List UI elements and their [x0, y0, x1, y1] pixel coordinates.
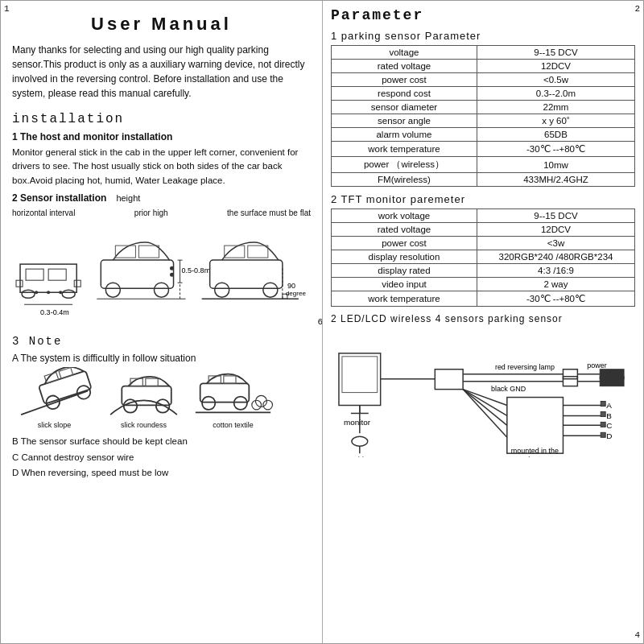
table-cell: -30℃ --+80℃	[477, 291, 634, 307]
table-cell: alarm volume	[332, 128, 477, 142]
svg-line-82	[463, 390, 507, 438]
table-cell: 4:3 /16:9	[477, 264, 634, 278]
manual-title: User Manual	[12, 14, 311, 35]
table-cell: 433MH/2.4GHZ	[477, 173, 634, 187]
situation-cars: slick slope	[12, 367, 311, 429]
table-row: power cost<3w	[332, 237, 635, 250]
note-section: 3 Note A The system is difficultly in fo…	[12, 335, 311, 481]
page-num-right: 2	[634, 4, 640, 14]
table-cell: work temperature	[332, 142, 477, 157]
left-panel: 1 User Manual Many thanks for selecting …	[1, 1, 323, 643]
svg-rect-91	[601, 402, 605, 407]
svg-rect-93	[601, 422, 605, 427]
table-row: rated voltage12DCV	[332, 60, 635, 73]
wiring-section: 2 LED/LCD wireless 4 sensors parking sen…	[331, 313, 635, 460]
table-cell: display rated	[332, 264, 477, 278]
table-cell: work temperature	[332, 291, 477, 307]
table-cell: work voltage	[332, 209, 477, 223]
table-cell: 320RGB*240 /480RGB*234	[477, 250, 634, 264]
note-b: B The sensor surface should be kept clea…	[12, 434, 311, 450]
svg-rect-12	[101, 260, 173, 288]
svg-text:degree: degree	[286, 290, 307, 297]
svg-text:D: D	[606, 431, 612, 440]
table-cell: respond cost	[332, 87, 477, 101]
situation-textile: cotton textile	[191, 367, 275, 429]
svg-point-45	[156, 399, 170, 413]
svg-text:rear bumper: rear bumper	[514, 456, 553, 457]
svg-rect-1	[26, 269, 43, 280]
table-cell: -30℃ --+80℃	[477, 142, 634, 157]
table-cell: 12DCV	[477, 223, 634, 237]
svg-rect-25	[210, 260, 283, 288]
table-cell: 2 way	[477, 278, 634, 291]
svg-rect-27	[248, 246, 268, 258]
svg-text:power: power	[587, 361, 606, 369]
table-cell: 65DB	[477, 128, 634, 142]
svg-point-61	[352, 436, 368, 446]
table-cell: sensor diameter	[332, 101, 477, 114]
svg-point-50	[202, 397, 215, 410]
page-num-br: 4	[634, 630, 640, 640]
table-row: FM(wireless)433MH/2.4GHZ	[332, 173, 635, 187]
svg-point-29	[263, 283, 278, 297]
svg-rect-78	[507, 398, 564, 454]
table-cell: video input	[332, 278, 477, 291]
page-num-left: 1	[4, 4, 10, 14]
sub1-body: Monitor general stick in the cab in the …	[12, 146, 311, 188]
diagram-labels: horizontal interval prior high the surfa…	[12, 208, 311, 217]
table-cell: power （wireless）	[332, 157, 477, 173]
section2-label: 2 TFT monitor paremeter	[331, 193, 635, 205]
section1-label: 1 parking sensor Parameter	[331, 30, 635, 42]
svg-rect-75	[563, 377, 577, 386]
table-cell: rated voltage	[332, 223, 477, 237]
svg-rect-37	[44, 373, 59, 384]
note-a-title: A The system is difficultly in follow si…	[12, 353, 311, 364]
table-row: display rated4:3 /16:9	[332, 264, 635, 278]
table-cell: FM(wireless)	[332, 173, 477, 187]
page-num-mid: 6	[317, 317, 323, 327]
tft-params-table: work voltage9--15 DCVrated voltage12DCVp…	[331, 208, 635, 307]
svg-point-23	[170, 272, 174, 276]
installation-title: installation	[12, 112, 311, 126]
table-cell: 10mw	[477, 157, 634, 173]
svg-text:monitor: monitor	[344, 418, 371, 427]
table-cell: 9--15 DCV	[477, 209, 634, 223]
svg-point-16	[154, 283, 168, 297]
wiring-diagram: monitor connect to cigaratte lighter red	[331, 329, 635, 457]
table-cell: 0.3--2.0m	[477, 87, 634, 101]
svg-point-53	[263, 400, 273, 410]
svg-text:A: A	[606, 401, 612, 410]
label-surface: the surface must be flat	[227, 208, 311, 217]
label-horizontal: horizontal interval	[12, 208, 75, 217]
svg-rect-56	[342, 357, 378, 393]
svg-rect-77	[600, 377, 624, 386]
table-cell: <0.5w	[477, 73, 634, 87]
svg-point-24	[170, 266, 174, 270]
table-row: display resolution320RGB*240 /480RGB*234	[332, 250, 635, 264]
svg-point-4	[62, 290, 75, 298]
note-title: 3 Note	[12, 335, 311, 348]
svg-rect-41	[122, 386, 171, 406]
svg-rect-92	[601, 411, 605, 416]
svg-rect-43	[146, 378, 158, 386]
table-row: sensor anglex y 60˚	[332, 114, 635, 128]
right-panel: 2 Parameter 1 parking sensor Parameter v…	[323, 1, 643, 643]
svg-point-9	[59, 291, 62, 294]
svg-text:mounted  in  the: mounted in the	[511, 447, 559, 455]
svg-rect-69	[563, 369, 577, 379]
table-row: voltage9--15 DCV	[332, 46, 635, 60]
table-cell: 9--15 DCV	[477, 46, 634, 60]
table-row: video input2 way	[332, 278, 635, 291]
svg-text:90: 90	[287, 282, 295, 290]
svg-text:B: B	[606, 411, 612, 420]
svg-text:0.5-0.8m: 0.5-0.8m	[182, 266, 211, 275]
height-label: height	[116, 193, 140, 203]
svg-text:C: C	[606, 421, 612, 430]
table-row: work temperature-30℃ --+80℃	[332, 291, 635, 307]
svg-rect-5	[16, 280, 23, 287]
svg-text:0.3-0.4m: 0.3-0.4m	[40, 308, 69, 316]
intro-paragraph: Many thanks for selecting and using our …	[12, 43, 311, 101]
situation-roundess: slick roundess	[101, 367, 186, 429]
table-row: work temperature-30℃ --+80℃	[332, 142, 635, 157]
table-cell: sensor angle	[332, 114, 477, 128]
